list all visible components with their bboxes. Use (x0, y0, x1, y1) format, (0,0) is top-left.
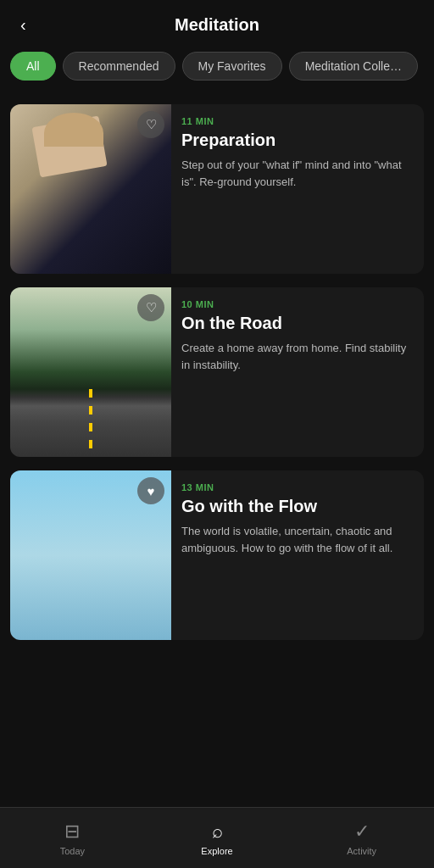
nav-label-activity: Activity (347, 846, 376, 856)
card-content-road: 10 MIN On the Road Create a home away fr… (171, 287, 424, 457)
heart-filled-icon: ♥ (147, 484, 155, 498)
activity-icon: ✓ (354, 821, 370, 843)
card-on-the-road[interactable]: ♡ 10 MIN On the Road Create a home away … (10, 287, 424, 457)
today-icon: ⊟ (64, 821, 80, 843)
nav-item-today[interactable]: ⊟ Today (0, 814, 145, 863)
explore-icon: ⌕ (212, 821, 223, 843)
favorite-button-road[interactable]: ♡ (137, 294, 164, 321)
favorite-button-flow[interactable]: ♥ (137, 477, 164, 504)
header: ‹ Meditation (0, 0, 434, 45)
card-image-wrap: ♥ (10, 470, 171, 640)
nav-label-today: Today (60, 846, 85, 856)
cards-list: ♡ 11 MIN Preparation Step out of your "w… (0, 91, 434, 715)
card-go-with-the-flow[interactable]: ♥ 13 MIN Go with the Flow The world is v… (10, 470, 424, 640)
back-button[interactable]: ‹ (14, 12, 33, 38)
card-title: On the Road (181, 313, 414, 333)
page-title: Meditation (175, 15, 259, 35)
card-image-wrap: ♡ (10, 104, 171, 274)
nav-item-explore[interactable]: ⌕ Explore (145, 814, 290, 863)
filter-tab-collection[interactable]: Meditation Colle… (289, 52, 418, 81)
filter-tab-my-favorites[interactable]: My Favorites (182, 52, 282, 81)
bottom-nav: ⊟ Today ⌕ Explore ✓ Activity (0, 807, 434, 868)
card-content-flow: 13 MIN Go with the Flow The world is vol… (171, 470, 424, 640)
card-description: The world is volatile, uncertain, chaoti… (181, 523, 414, 556)
nav-item-activity[interactable]: ✓ Activity (289, 814, 434, 863)
card-description: Step out of your "what if" mind and into… (181, 157, 414, 190)
card-preparation[interactable]: ♡ 11 MIN Preparation Step out of your "w… (10, 104, 424, 274)
nav-label-explore: Explore (201, 846, 232, 856)
heart-icon: ♡ (146, 117, 157, 132)
filter-bar: All Recommended My Favorites Meditation … (0, 45, 434, 91)
card-content-preparation: 11 MIN Preparation Step out of your "wha… (171, 104, 424, 274)
heart-icon: ♡ (146, 300, 157, 315)
card-image-wrap: ♡ (10, 287, 171, 457)
filter-tab-all[interactable]: All (10, 52, 56, 81)
card-description: Create a home away from home. Find stabi… (181, 340, 414, 373)
card-duration: 11 MIN (181, 116, 414, 126)
card-duration: 10 MIN (181, 299, 414, 309)
card-title: Preparation (181, 130, 414, 150)
favorite-button-preparation[interactable]: ♡ (137, 111, 164, 138)
card-duration: 13 MIN (181, 482, 414, 492)
card-title: Go with the Flow (181, 496, 414, 516)
filter-tab-recommended[interactable]: Recommended (63, 52, 175, 81)
